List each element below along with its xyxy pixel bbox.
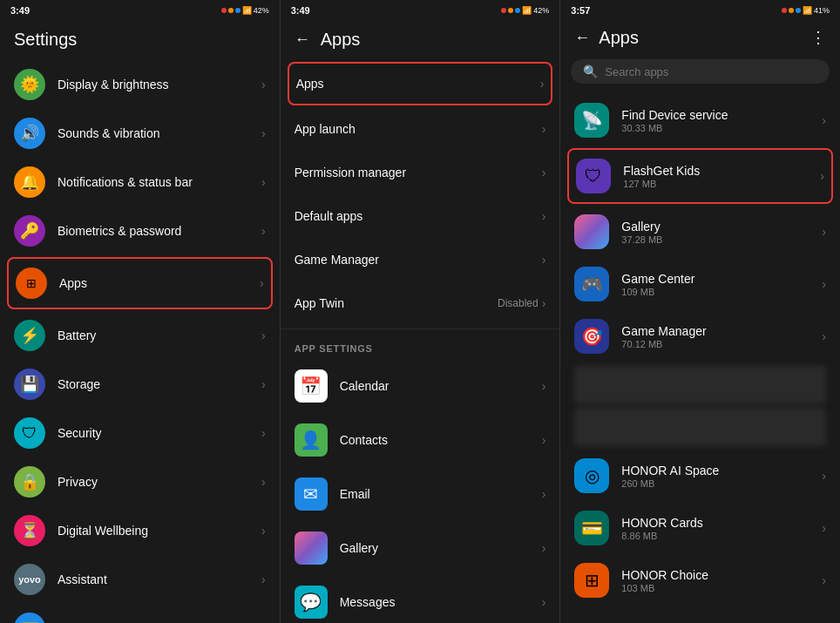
app-item-game-manager[interactable]: 🎯 Game Manager 70.12 MB › — [560, 310, 840, 362]
dot-blue-1 — [235, 8, 240, 13]
app-item-game-center[interactable]: 🎮 Game Center 109 MB › — [560, 258, 840, 310]
notification-dots-1 — [221, 8, 240, 13]
digital-text: Digital Wellbeing — [58, 523, 261, 538]
menu-item-permission[interactable]: Permission manager › — [281, 151, 560, 194]
app-item-honor-cards[interactable]: 💳 HONOR Cards 8.86 MB › — [560, 502, 840, 554]
app-settings-messages[interactable]: 💬 Messages › — [281, 575, 560, 623]
time-2: 3:49 — [291, 5, 310, 16]
apps-icon: ⊞ — [16, 267, 47, 299]
settings-item-security[interactable]: 🛡 Security › — [0, 409, 280, 457]
dot-red-1 — [221, 8, 227, 13]
app-item-honor-ai[interactable]: ◎ HONOR AI Space 260 MB › — [560, 450, 840, 502]
game-center-label: Game Center — [621, 272, 822, 286]
storage-text: Storage — [58, 376, 261, 392]
settings-item-assistant[interactable]: yovo Assistant › — [0, 555, 280, 604]
gallery-app-label: Gallery — [621, 220, 822, 234]
digital-icon: ⏳ — [14, 515, 45, 546]
bio-icon: 🔑 — [14, 215, 45, 247]
app-settings-calendar[interactable]: 📅 Calendar › — [281, 359, 560, 413]
signal-icon-3: 📶 — [803, 6, 812, 15]
notif-text: Notifications & status bar — [58, 174, 261, 190]
app-item-gallery[interactable]: Gallery 37.28 MB › — [560, 206, 840, 258]
honor-choice-chevron: › — [822, 573, 826, 587]
dot-red-2 — [501, 8, 506, 13]
panel-app-list: 3:57 📶 41% ← Apps ⋮ 🔍 📡 Find Device serv… — [560, 0, 840, 623]
app-settings-gallery[interactable]: Gallery › — [281, 521, 560, 575]
email-chevron: › — [542, 487, 546, 501]
panel-apps-menu: 3:49 📶 42% ← Apps Apps › App launch › Pe… — [281, 0, 561, 623]
time-1: 3:49 — [10, 5, 30, 16]
status-icons-1: 📶 42% — [221, 6, 269, 15]
app-item-find-device[interactable]: 📡 Find Device service 30.33 MB › — [560, 94, 840, 146]
display-icon: 🌞 — [14, 69, 45, 100]
app-item-honor-choice[interactable]: ⊞ HONOR Choice 103 MB › — [560, 554, 840, 606]
settings-list: 🌞 Display & brightness › 🔊 Sounds & vibr… — [0, 57, 280, 623]
battery-chevron: › — [261, 328, 266, 342]
security-text: Security — [58, 425, 261, 441]
search-bar[interactable]: 🔍 — [571, 59, 830, 84]
settings-item-honor[interactable]: 💳 HONOR Cards › — [0, 604, 280, 623]
menu-item-apps[interactable]: Apps › — [288, 62, 553, 105]
app-settings-email[interactable]: ✉ Email › — [281, 467, 560, 521]
dot-blue-2 — [515, 8, 520, 13]
menu-perm-label: Permission manager — [295, 166, 542, 179]
back-button-3[interactable]: ← — [574, 29, 590, 47]
divider-1 — [281, 328, 560, 329]
settings-item-privacy[interactable]: 🔒 Privacy › — [0, 457, 280, 506]
game-center-text: Game Center 109 MB — [621, 272, 822, 297]
display-chevron: › — [261, 78, 266, 91]
apps-header: ← Apps — [281, 21, 560, 57]
menu-item-app-launch[interactable]: App launch › — [281, 107, 560, 151]
settings-item-biometrics[interactable]: 🔑 Biometrics & password › — [0, 207, 280, 255]
game-manager-icon: 🎯 — [574, 319, 609, 354]
menu-item-app-twin[interactable]: App Twin Disabled › — [281, 281, 560, 325]
honor-cards-text: HONOR Cards 8.86 MB — [621, 516, 822, 541]
storage-label: Storage — [58, 377, 100, 391]
settings-item-notifications[interactable]: 🔔 Notifications & status bar › — [0, 158, 280, 207]
privacy-label: Privacy — [58, 475, 98, 489]
menu-item-game-manager[interactable]: Game Manager › — [281, 238, 560, 281]
game-center-chevron: › — [822, 277, 826, 291]
find-device-size: 30.33 MB — [621, 123, 822, 133]
battery-icon: ⚡ — [14, 320, 45, 351]
notif-chevron: › — [261, 175, 266, 189]
dot-blue-3 — [796, 8, 801, 13]
honor-choice-icon: ⊞ — [574, 563, 609, 598]
honor-cards-label: HONOR Cards — [621, 516, 822, 530]
honor-ai-chevron: › — [822, 469, 826, 483]
menu-twin-value: Disabled — [498, 297, 539, 309]
battery-text-2: 42% — [533, 6, 549, 15]
honor-icon: 💳 — [14, 613, 45, 623]
honor-ai-size: 260 MB — [621, 478, 822, 489]
settings-item-sounds[interactable]: 🔊 Sounds & vibration › — [0, 109, 280, 158]
sounds-label: Sounds & vibration — [58, 126, 160, 140]
honor-ai-label: HONOR AI Space — [621, 464, 822, 477]
settings-item-digital[interactable]: ⏳ Digital Wellbeing › — [0, 506, 280, 555]
notification-dots-3 — [782, 8, 801, 13]
more-options-button[interactable]: ⋮ — [800, 24, 837, 51]
menu-perm-chevron: › — [542, 166, 546, 179]
battery-text-3: 41% — [814, 6, 830, 15]
settings-item-battery[interactable]: ⚡ Battery › — [0, 311, 280, 360]
app-list-title: Apps — [599, 28, 639, 48]
settings-item-display[interactable]: 🌞 Display & brightness › — [0, 60, 280, 109]
app-item-flashget[interactable]: 🛡 FlashGet Kids 127 MB › — [567, 148, 833, 204]
digital-chevron: › — [261, 524, 266, 538]
bio-label: Biometrics & password — [58, 224, 181, 238]
notif-label: Notifications & status bar — [58, 175, 193, 189]
calendar-chevron: › — [542, 379, 546, 393]
menu-game-chevron: › — [542, 253, 546, 267]
storage-icon: 💾 — [14, 369, 45, 400]
settings-item-storage[interactable]: 💾 Storage › — [0, 360, 280, 409]
app-settings-contacts[interactable]: 👤 Contacts › — [281, 413, 560, 467]
back-button-2[interactable]: ← — [295, 30, 310, 49]
search-input[interactable] — [605, 65, 817, 78]
privacy-text: Privacy — [58, 474, 261, 490]
menu-item-default-apps[interactable]: Default apps › — [281, 194, 560, 238]
settings-item-apps[interactable]: ⊞ Apps › — [7, 257, 273, 309]
apps-chevron: › — [260, 276, 264, 290]
contacts-label: Contacts — [340, 433, 388, 447]
contacts-icon: 👤 — [295, 423, 328, 457]
signal-icon-2: 📶 — [522, 6, 532, 15]
honor-cards-chevron: › — [822, 521, 826, 535]
